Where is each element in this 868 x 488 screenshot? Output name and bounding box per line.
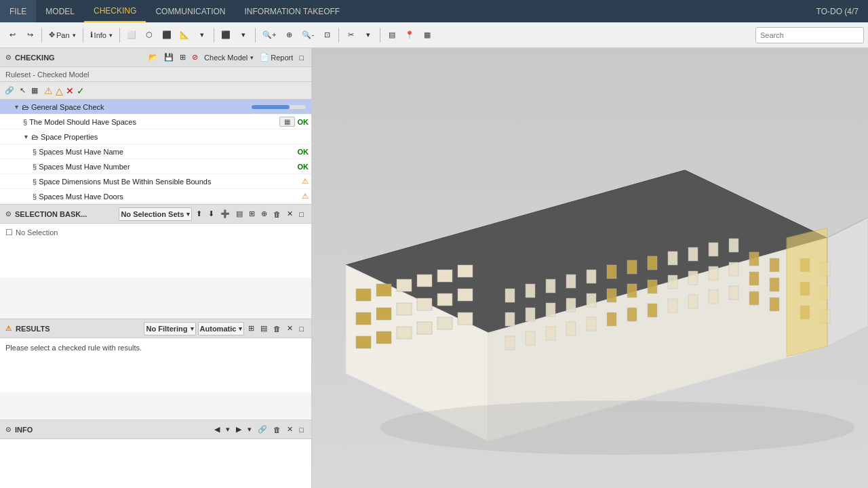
- tree-row[interactable]: ▼ 🗁 General Space Check: [0, 100, 311, 115]
- snap-button[interactable]: ✂: [342, 26, 359, 45]
- report-icon: 📄: [260, 53, 269, 62]
- info-del-btn[interactable]: 🗑: [271, 425, 283, 434]
- pan-button[interactable]: ✥ Pan ▾: [45, 26, 79, 45]
- open-folder-button[interactable]: 📂: [146, 52, 160, 62]
- tree-item-label: Spaces Must Have Name: [39, 148, 297, 156]
- undo-button[interactable]: ↩: [4, 26, 20, 45]
- report-button[interactable]: 📄 Report: [258, 52, 295, 62]
- info-dropdown-btn[interactable]: ▾: [224, 424, 232, 434]
- error-filter-icon[interactable]: ✕: [66, 85, 74, 96]
- stop-button[interactable]: ⊘: [190, 52, 200, 62]
- tree-row[interactable]: § Space Dimensions Must Be Within Sensib…: [0, 174, 311, 189]
- measure-button[interactable]: 📐: [176, 26, 193, 45]
- search-input[interactable]: [755, 27, 864, 43]
- ck-table-btn[interactable]: ▦: [29, 85, 40, 96]
- no-selection-sets-dropdown[interactable]: No Selection Sets ▾: [119, 207, 192, 221]
- viewport[interactable]: 3D: [312, 48, 868, 488]
- automatic-label: Automatic: [200, 325, 237, 333]
- tree-row[interactable]: § Spaces Must Have Number OK: [0, 159, 311, 174]
- svg-marker-5: [827, 218, 868, 346]
- main-toolbar: ↩ ↪ ✥ Pan ▾ ℹ Info ▾ ⬜ ⬡ ⬛ 📐 ▾ ⬛ ▾ 🔍+ ⊕ …: [0, 22, 868, 48]
- tree-ok-badge: OK: [298, 163, 309, 171]
- results-message: Please select a checked rule with result…: [5, 344, 142, 352]
- checking-maximize-button[interactable]: □: [297, 53, 306, 62]
- svg-rect-24: [505, 289, 515, 302]
- svg-rect-53: [688, 295, 698, 308]
- info-link-btn[interactable]: 🔗: [256, 424, 269, 434]
- toolbar-sep-2: [83, 28, 83, 43]
- sel-copy-btn[interactable]: ⊕: [259, 209, 269, 219]
- svg-point-73: [380, 401, 854, 455]
- svg-rect-36: [587, 270, 596, 283]
- save-button[interactable]: 💾: [162, 52, 176, 62]
- redo-button[interactable]: ↪: [22, 26, 38, 45]
- tree-row[interactable]: § Spaces Must Have Name OK: [0, 144, 311, 159]
- measure-dropdown[interactable]: ▾: [194, 26, 210, 45]
- ck-link-btn[interactable]: 🔗: [3, 85, 16, 96]
- info-content: [0, 439, 311, 488]
- tree-row[interactable]: § The Model Should Have Spaces ▦ OK: [0, 115, 311, 129]
- info-prev-btn[interactable]: ◀: [212, 424, 222, 434]
- sel-max-btn[interactable]: □: [297, 209, 306, 219]
- menu-model[interactable]: MODEL: [36, 0, 84, 22]
- svg-rect-55: [709, 266, 718, 280]
- view-cube-button[interactable]: ⬛: [218, 26, 234, 45]
- sel-down-btn[interactable]: ⬇: [206, 209, 216, 219]
- layers-button[interactable]: ▤: [384, 26, 400, 45]
- sel-up-btn[interactable]: ⬆: [194, 209, 204, 219]
- info-max-btn[interactable]: □: [297, 425, 306, 434]
- save-as-button[interactable]: ⊞: [178, 52, 188, 62]
- results-max-btn[interactable]: □: [297, 324, 306, 333]
- results-toolbar: No Filtering ▾ Automatic ▾ ⊞ ▤ 🗑 ✕ □: [144, 322, 306, 336]
- tree-ok-badge: OK: [298, 118, 309, 126]
- pan-icon: ✥: [49, 30, 55, 39]
- snap-dropdown[interactable]: ▾: [360, 26, 376, 45]
- ok-filter-icon[interactable]: ✓: [77, 85, 85, 96]
- results-group-btn[interactable]: ⊞: [246, 323, 256, 333]
- geo-button[interactable]: 📍: [401, 26, 418, 45]
- menu-communication[interactable]: COMMUNICATION: [146, 0, 235, 22]
- display-button[interactable]: ▦: [419, 26, 435, 45]
- automatic-dropdown[interactable]: Automatic ▾: [198, 322, 245, 336]
- no-filtering-label: No Filtering: [146, 325, 187, 333]
- menu-checking[interactable]: CHECKING: [84, 0, 146, 22]
- sel-add-btn[interactable]: ➕: [218, 209, 232, 219]
- svg-rect-14: [397, 303, 412, 315]
- menu-file[interactable]: FILE: [0, 0, 36, 22]
- results-del-btn[interactable]: 🗑: [271, 324, 283, 333]
- zoom-box-button[interactable]: ⊕: [281, 26, 297, 45]
- results-list-btn[interactable]: ▤: [258, 323, 269, 333]
- check-model-button[interactable]: Check Model ▾: [202, 53, 256, 62]
- zoom-out-button[interactable]: 🔍-: [298, 26, 317, 45]
- view-dropdown-button[interactable]: ▾: [235, 26, 252, 45]
- menu-information-takeoff[interactable]: INFORMATION TAKEOFF: [235, 0, 349, 22]
- sel-del2-btn[interactable]: ✕: [285, 209, 295, 219]
- svg-rect-8: [397, 279, 412, 291]
- warn2-filter-icon[interactable]: △: [56, 85, 63, 96]
- progress-bar-fill: [252, 105, 290, 109]
- svg-rect-62: [749, 291, 759, 305]
- svg-rect-47: [648, 304, 657, 317]
- info-next2-btn[interactable]: ▾: [245, 424, 254, 434]
- stop-icon: ⊘: [192, 53, 198, 62]
- sel-list-btn[interactable]: ▤: [234, 209, 245, 219]
- svg-rect-56: [709, 290, 718, 304]
- tree-expand-arrow: ▼: [14, 104, 20, 110]
- zoom-fit-button[interactable]: ⊡: [319, 26, 335, 45]
- select-lasso-button[interactable]: ⬡: [141, 26, 157, 45]
- info-button[interactable]: ℹ Info ▾: [87, 26, 116, 45]
- no-filtering-dropdown[interactable]: No Filtering ▾: [144, 322, 195, 336]
- sel-filter-btn[interactable]: ⊞: [247, 209, 257, 219]
- svg-rect-25: [505, 312, 515, 326]
- info-next-btn[interactable]: ▶: [234, 424, 243, 434]
- zoom-in-button[interactable]: 🔍+: [259, 26, 279, 45]
- warn-filter-icon[interactable]: ⚠: [44, 85, 53, 96]
- tree-row[interactable]: ▼ 🗁 Space Properties: [0, 129, 311, 144]
- tree-row[interactable]: § Spaces Must Have Doors ⚠: [0, 189, 311, 204]
- sel-del-btn[interactable]: 🗑: [271, 209, 283, 219]
- ck-cursor-btn[interactable]: ↖: [18, 85, 28, 96]
- select-all-button[interactable]: ⬛: [159, 26, 175, 45]
- select-box-button[interactable]: ⬜: [123, 26, 140, 45]
- results-del2-btn[interactable]: ✕: [285, 323, 295, 333]
- info-del2-btn[interactable]: ✕: [285, 424, 295, 434]
